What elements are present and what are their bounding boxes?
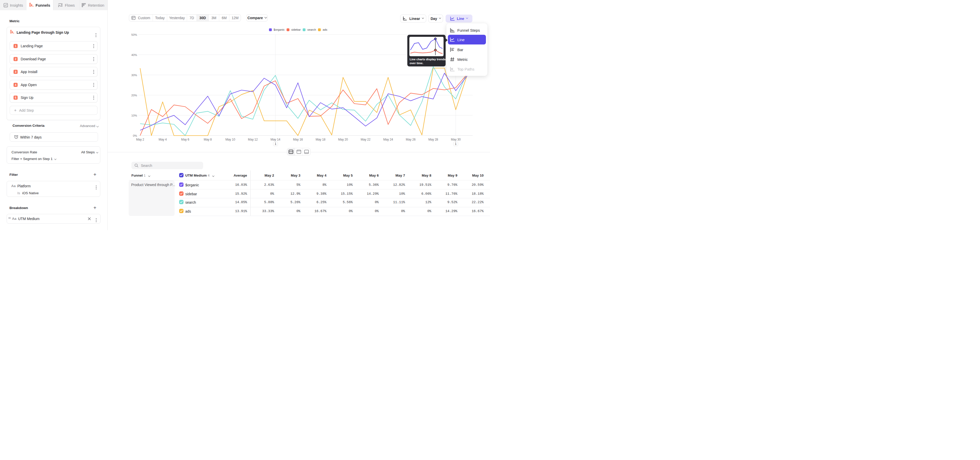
svg-text:May 20: May 20 bbox=[338, 138, 348, 141]
svg-text:30%: 30% bbox=[131, 73, 137, 77]
svg-text:40%: 40% bbox=[131, 53, 137, 56]
svg-text:50%: 50% bbox=[131, 33, 137, 36]
svg-text:May 8: May 8 bbox=[204, 138, 212, 141]
svg-text:May 28: May 28 bbox=[428, 138, 438, 141]
svg-text:May 24: May 24 bbox=[383, 138, 393, 141]
svg-text:10%: 10% bbox=[131, 114, 137, 117]
svg-text:May 4: May 4 bbox=[159, 138, 167, 141]
svg-text:May 2: May 2 bbox=[136, 138, 144, 141]
svg-text:May 18: May 18 bbox=[316, 138, 326, 141]
svg-text:May 12: May 12 bbox=[248, 138, 258, 141]
svg-text:May 6: May 6 bbox=[181, 138, 189, 141]
svg-text:May 22: May 22 bbox=[361, 138, 371, 141]
svg-text:20%: 20% bbox=[131, 94, 137, 97]
svg-text:May 16: May 16 bbox=[293, 138, 303, 141]
svg-text:May 10: May 10 bbox=[225, 138, 235, 141]
svg-text:May 14: May 14 bbox=[270, 138, 280, 141]
svg-text:May 30: May 30 bbox=[451, 138, 461, 141]
svg-text:May 26: May 26 bbox=[406, 138, 416, 141]
svg-text:0%: 0% bbox=[133, 134, 137, 137]
